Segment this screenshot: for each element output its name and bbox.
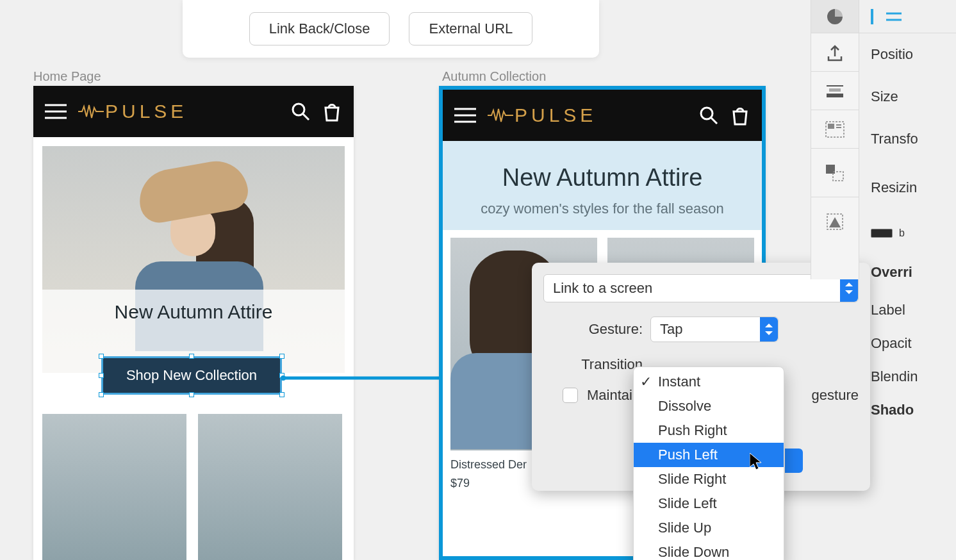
selection-handle[interactable] <box>279 373 284 378</box>
maintain-scroll-checkbox[interactable] <box>563 388 578 403</box>
svg-point-3 <box>293 104 304 115</box>
transition-option-push-left[interactable]: Push Left <box>634 443 784 467</box>
inspector-icon-rail <box>811 0 859 279</box>
ok-button-highlight <box>785 449 803 473</box>
transition-option-slide-up[interactable]: Slide Up <box>634 516 784 540</box>
maintain-scroll-label: Maintai <box>587 387 632 404</box>
selection-handle[interactable] <box>99 373 104 378</box>
inspector-overrides[interactable]: Overri <box>859 251 956 293</box>
autumn-hero-title: New Autumn Attire <box>449 164 755 192</box>
link-type-popover: Link Back/Close External URL <box>183 0 599 58</box>
hamburger-icon[interactable] <box>454 107 476 124</box>
mobile-header: PULSE <box>33 86 354 137</box>
stepper-icon[interactable] <box>760 317 778 342</box>
inspector-position[interactable]: Positio <box>859 33 956 76</box>
gesture-label: Gesture: <box>543 321 643 338</box>
autumn-hero-sub: cozy women's styles for the fall season <box>449 201 755 217</box>
inspector-blending[interactable]: Blendin <box>859 360 956 393</box>
svg-rect-26 <box>871 9 873 24</box>
fill-icon[interactable] <box>811 197 859 246</box>
inspector-transform[interactable]: Transfo <box>859 118 956 160</box>
transition-option-slide-down[interactable]: Slide Down <box>634 540 784 560</box>
brand-logo: PULSE <box>488 104 597 126</box>
transition-option-instant[interactable]: Instant <box>634 370 784 394</box>
selection-handle[interactable] <box>189 392 194 397</box>
svg-rect-19 <box>828 124 834 129</box>
layout-icon[interactable] <box>811 110 859 149</box>
inspector-label[interactable]: Label <box>859 293 956 327</box>
inspector-tab-style-icon[interactable] <box>811 0 859 33</box>
inspector-shadows[interactable]: Shado <box>859 393 956 427</box>
svg-point-11 <box>701 108 713 119</box>
mask-icon[interactable] <box>811 149 859 197</box>
shop-new-collection-button[interactable]: Shop New Collection <box>101 356 282 395</box>
autumn-hero: New Autumn Attire cozy women's styles fo… <box>443 141 762 230</box>
inspector-panel: Positio Size Transfo Resizin b Overri La… <box>859 0 956 560</box>
artboard-label-home[interactable]: Home Page <box>33 69 101 84</box>
inspector-layer-row[interactable]: b <box>859 215 956 251</box>
artboard-label-autumn[interactable]: Autumn Collection <box>442 69 546 84</box>
home-hero-title: New Autumn Attire <box>42 301 345 323</box>
transition-label: Transition <box>543 356 643 373</box>
selection-handle[interactable] <box>279 392 284 397</box>
selection-handle[interactable] <box>99 354 104 359</box>
svg-line-4 <box>303 114 309 120</box>
inspector-resizing[interactable]: Resizin <box>859 160 956 215</box>
gesture-suffix: gesture <box>812 387 859 404</box>
export-icon[interactable] <box>811 33 859 72</box>
svg-rect-16 <box>829 88 841 92</box>
layer-swatch-icon <box>871 229 893 238</box>
svg-line-12 <box>711 118 717 124</box>
svg-marker-25 <box>829 217 841 227</box>
inspector-opacity[interactable]: Opacit <box>859 327 956 360</box>
home-hero: New Autumn Attire <box>42 146 345 373</box>
svg-rect-17 <box>827 94 843 97</box>
transition-option-dissolve[interactable]: Dissolve <box>634 394 784 418</box>
inspector-size[interactable]: Size <box>859 76 956 118</box>
home-product-row <box>42 414 342 560</box>
align-icon[interactable] <box>811 72 859 110</box>
mobile-header: PULSE <box>443 90 762 141</box>
transition-option-push-right[interactable]: Push Right <box>634 418 784 443</box>
transition-dropdown-menu[interactable]: Instant Dissolve Push Right Push Left Sl… <box>633 366 784 560</box>
brand-logo: PULSE <box>78 101 187 122</box>
external-url-button[interactable]: External URL <box>409 12 532 45</box>
link-back-close-button[interactable]: Link Back/Close <box>249 12 390 45</box>
selection-handle[interactable] <box>99 392 104 397</box>
svg-rect-22 <box>826 165 835 174</box>
hamburger-icon[interactable] <box>45 103 67 120</box>
gesture-select[interactable]: Tap <box>650 317 779 342</box>
product-thumb[interactable] <box>42 414 186 560</box>
inspector-top-tabs[interactable] <box>859 0 956 33</box>
transition-option-slide-right[interactable]: Slide Right <box>634 467 784 491</box>
search-icon[interactable] <box>291 102 310 121</box>
search-icon[interactable] <box>699 106 718 125</box>
selection-handle[interactable] <box>279 354 284 359</box>
selection-handle[interactable] <box>189 354 194 359</box>
shopping-bag-icon[interactable] <box>322 101 342 122</box>
product-thumb[interactable] <box>198 414 342 560</box>
shopping-bag-icon[interactable] <box>730 105 750 126</box>
transition-option-slide-left[interactable]: Slide Left <box>634 491 784 516</box>
